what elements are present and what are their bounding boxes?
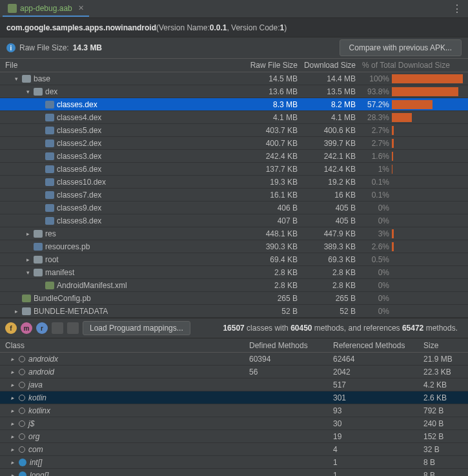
file-row[interactable]: classes9.dex406 B405 B0% (0, 202, 468, 214)
raw-size: 407 B (250, 216, 301, 225)
class-row[interactable]: ▸long[]18 B (0, 469, 468, 476)
expander-icon[interactable]: ▸ (25, 256, 31, 263)
col-referenced[interactable]: Referenced Methods (329, 341, 420, 350)
class-row[interactable]: ▸j$30240 B (0, 417, 468, 430)
expander-icon[interactable]: ▸ (9, 420, 15, 427)
expander-icon[interactable]: ▸ (9, 369, 15, 375)
file-row[interactable]: classes6.dex137.7 KB142.4 KB1% (0, 163, 468, 176)
referenced-methods: 30 (329, 419, 420, 428)
expander-icon[interactable]: ▾ (25, 88, 31, 95)
expander-icon[interactable]: ▸ (9, 459, 15, 466)
expander-icon[interactable]: ▸ (9, 395, 15, 401)
file-icon (45, 217, 54, 225)
toolbar-action-1-icon[interactable] (52, 322, 63, 334)
expander-icon[interactable]: ▾ (25, 269, 31, 276)
class-size: 8 B (420, 471, 468, 477)
download-size: 400.6 KB (301, 126, 360, 135)
file-row[interactable]: classes3.dex242.4 KB242.1 KB1.6% (0, 150, 468, 163)
file-name: classes4.dex (57, 113, 101, 122)
file-row[interactable]: resources.pb390.3 KB389.3 KB2.6% (0, 240, 468, 253)
percent: 57.2% (360, 100, 392, 109)
file-tree[interactable]: ▾base14.5 MB14.4 MB100%▾dex13.6 MB13.5 M… (0, 72, 468, 318)
class-row[interactable]: ▸android56204222.3 KB (0, 366, 468, 378)
raw-size: 69.4 KB (250, 255, 301, 264)
file-row[interactable]: classes5.dex403.7 KB400.6 KB2.7% (0, 124, 468, 137)
class-row[interactable]: ▸org19152 B (0, 430, 468, 443)
file-row[interactable]: ▾base14.5 MB14.4 MB100% (0, 72, 468, 85)
file-row[interactable]: classes4.dex4.1 MB4.1 MB28.3% (0, 111, 468, 124)
percent: 0% (360, 203, 392, 212)
file-row[interactable]: ▸root69.4 KB69.3 KB0.5% (0, 253, 468, 266)
col-pct[interactable]: % of Total Download Size (360, 61, 468, 70)
class-name: androidx (28, 355, 58, 364)
file-row[interactable]: BundleConfig.pb265 B265 B0% (0, 292, 468, 305)
file-row[interactable]: ▾manifest2.8 KB2.8 KB0% (0, 266, 468, 279)
expander-icon[interactable]: ▸ (9, 472, 15, 477)
size-bar (392, 165, 392, 174)
download-size: 52 B (301, 307, 360, 316)
class-row[interactable]: ▸java5174.2 KB (0, 378, 468, 391)
expander-icon[interactable]: ▸ (13, 308, 19, 315)
filter-methods-icon[interactable]: m (21, 322, 32, 334)
tab-label: app-debug.aab (20, 4, 72, 13)
expander-icon[interactable]: ▸ (9, 446, 15, 453)
package-icon (19, 446, 25, 453)
class-row[interactable]: ▸kotlinx93792 B (0, 404, 468, 417)
referenced-methods: 2042 (329, 367, 420, 377)
percent: 2.6% (360, 242, 392, 251)
file-row[interactable]: AndroidManifest.xml2.8 KB2.8 KB0% (0, 279, 468, 292)
raw-size: 242.4 KB (250, 152, 301, 161)
download-size: 14.4 MB (301, 74, 360, 83)
download-size: 265 B (301, 294, 360, 303)
class-row[interactable]: ▸com432 B (0, 443, 468, 456)
size-bar (392, 100, 432, 109)
folder-icon (34, 230, 43, 238)
col-raw-size[interactable]: Raw File Size (250, 61, 301, 70)
col-file[interactable]: File (0, 61, 250, 70)
raw-size: 4.1 MB (250, 113, 301, 122)
col-defined[interactable]: Defined Methods (245, 341, 329, 350)
toolbar-action-2-icon[interactable] (67, 322, 79, 334)
class-row[interactable]: ▸kotlin3012.6 KB (0, 391, 468, 404)
load-proguard-button[interactable]: Load Proguard mappings... (83, 321, 190, 335)
expander-icon[interactable]: ▸ (9, 433, 15, 440)
file-icon (45, 152, 54, 160)
compare-apk-button[interactable]: Compare with previous APK... (340, 39, 462, 56)
referenced-methods: 93 (329, 406, 420, 415)
file-row[interactable]: classes8.dex407 B405 B0% (0, 214, 468, 227)
tab-overflow-menu-icon[interactable]: ⋮ (452, 3, 463, 15)
class-size: 792 B (420, 406, 468, 415)
class-row[interactable]: ▸int[]18 B (0, 456, 468, 469)
col-size[interactable]: Size (420, 341, 468, 350)
col-class[interactable]: Class (0, 341, 245, 350)
raw-size: 448.1 KB (250, 229, 301, 238)
class-icon (19, 471, 26, 477)
referenced-methods: 62464 (329, 355, 420, 364)
folder-icon (22, 75, 31, 83)
class-row[interactable]: ▸androidx603946246421.9 MB (0, 353, 468, 366)
folder-icon (34, 269, 43, 276)
file-row[interactable]: ▸BUNDLE-METADATA52 B52 B0% (0, 305, 468, 318)
file-row[interactable]: classes10.dex19.3 KB19.2 KB0.1% (0, 176, 468, 189)
download-size: 399.7 KB (301, 139, 360, 148)
expander-icon[interactable]: ▸ (25, 231, 31, 237)
close-tab-icon[interactable]: ✕ (78, 4, 84, 12)
file-name: classes5.dex (57, 126, 101, 135)
expander-icon[interactable]: ▸ (9, 382, 15, 388)
expander-icon[interactable]: ▸ (9, 408, 15, 414)
tab-app-debug[interactable]: app-debug.aab ✕ (3, 1, 89, 17)
apk-summary-bar: com.google.samples.apps.nowinandroid (Ve… (0, 18, 468, 37)
filter-fields-icon[interactable]: f (5, 322, 17, 334)
class-tree[interactable]: ▸androidx603946246421.9 MB▸android562042… (0, 353, 468, 476)
expander-icon[interactable]: ▸ (9, 356, 15, 362)
file-row[interactable]: ▾dex13.6 MB13.5 MB93.8% (0, 85, 468, 98)
file-row[interactable]: ▸res448.1 KB447.9 KB3% (0, 227, 468, 240)
file-row[interactable]: classes2.dex400.7 KB399.7 KB2.7% (0, 137, 468, 150)
filter-refs-icon[interactable]: r (36, 322, 48, 334)
col-download-size[interactable]: Download Size (301, 61, 360, 70)
file-row[interactable]: classes.dex8.3 MB8.2 MB57.2% (0, 98, 468, 111)
file-row[interactable]: classes7.dex16.1 KB16 KB0.1% (0, 189, 468, 202)
raw-size: 2.8 KB (250, 281, 301, 290)
expander-icon[interactable]: ▾ (13, 76, 19, 82)
class-size: 240 B (420, 419, 468, 428)
